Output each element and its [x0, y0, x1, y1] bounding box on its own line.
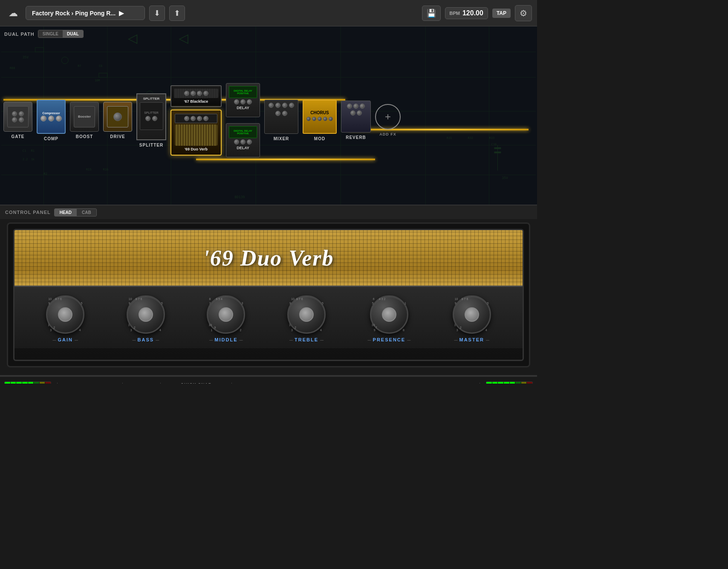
mixer-k5: [275, 111, 280, 116]
delay1-k3: [247, 99, 252, 104]
top-bar: ☁ Factory Rock › Ping Pong R... ▶ ⬇ ⬆ 💾 …: [0, 0, 537, 26]
splitter-label: SPLITTER: [139, 143, 163, 147]
amp-display: '69 Duo Verb 8 7 6 5 4 3 9 10: [7, 222, 530, 367]
input-section: INPUT: [4, 381, 51, 384]
gate-pedal[interactable]: [3, 102, 32, 132]
mod-label: MOD: [314, 136, 325, 141]
splitter-item[interactable]: SPLITTER SPLITTER SPLITTER: [136, 93, 166, 147]
mixer-box[interactable]: [264, 100, 298, 134]
vu-seg2: [11, 382, 16, 384]
download-button[interactable]: ⬇: [149, 6, 165, 21]
comp-knob-1: [40, 116, 46, 121]
delay2-k2: [240, 139, 246, 144]
mixer-item[interactable]: MIXER: [264, 100, 298, 141]
middle-knob[interactable]: 6 5 4 3 2 1 7 8 10 9: [207, 295, 245, 334]
presence-label: PRESENCE: [373, 337, 406, 342]
save-button[interactable]: 💾: [422, 6, 441, 21]
drive-knob: [113, 113, 122, 121]
preset-selector[interactable]: Factory Rock › Ping Pong R... ▶: [26, 6, 145, 20]
delay2-label: DELAY: [237, 146, 249, 150]
delay2-k1: [234, 139, 239, 144]
vu-r2: [492, 382, 498, 384]
delay-stack: DIGITAL DELAYPOSITIVE DELAY DIGITAL DELA…: [226, 83, 260, 157]
chorus-k3: [318, 117, 322, 121]
splitter-k1: [145, 116, 150, 121]
delay2-k3: [247, 139, 252, 144]
master-knob[interactable]: 8 7 6 5 4 3 9 10 1 2: [453, 295, 491, 334]
treble-knob[interactable]: 8 7 6 5 4 3 9 10 1 2: [287, 295, 326, 334]
vu-seg1: [5, 382, 10, 384]
amp69-k2: [191, 116, 196, 121]
divider-5: [480, 383, 480, 384]
bass-knob[interactable]: 8 7 6 5 4 3 9 10 1 2: [127, 295, 165, 334]
dual-path-button[interactable]: DUAL: [63, 30, 83, 38]
output-vu-section: OUTPUT: [486, 381, 533, 384]
play-button[interactable]: ▶: [119, 9, 124, 17]
amp69-name: '69 Duo Verb: [175, 147, 217, 151]
comp-pedal-item[interactable]: Compressor COMP: [37, 100, 66, 141]
mixer-k6: [282, 111, 287, 116]
amp69-head[interactable]: '69 Duo Verb: [170, 110, 222, 156]
delay1-screen: DIGITAL DELAYPOSITIVE: [229, 86, 257, 98]
divider-4: [231, 383, 232, 384]
amp69-item[interactable]: '69 Duo Verb: [170, 110, 222, 156]
presence-knob[interactable]: 4 3 2 1 8 9 5 6 10 7: [370, 295, 408, 334]
treble-label: TREBLE: [295, 337, 318, 342]
amp69-k3: [197, 116, 202, 121]
control-panel-area: CONTROL PANEL HEAD CAB '69 Duo Verb 8 7 …: [0, 205, 537, 376]
delay2-box[interactable]: DIGITAL DELAYPOSITIVE DELAY: [226, 123, 260, 157]
quick-snap-title: QUICK SNAP: [181, 383, 212, 384]
amp67-grille: [174, 89, 218, 98]
amp67-head[interactable]: '67 Blackface: [170, 85, 222, 107]
gate-pedal-item[interactable]: GATE: [3, 102, 32, 139]
chorus-box[interactable]: CHORUS: [303, 100, 337, 134]
drive-label: DRIVE: [110, 134, 125, 139]
boost-pedal-item[interactable]: Booster BOOST: [70, 102, 99, 139]
amp67-k4: [203, 91, 208, 96]
reverb-k5: [357, 110, 362, 116]
mod-item[interactable]: CHORUS MOD: [303, 100, 337, 141]
bpm-label: BPM: [450, 11, 460, 16]
head-button[interactable]: HEAD: [55, 209, 77, 216]
delay1-k1: [234, 99, 239, 104]
amp-model-name: '69 Duo Verb: [203, 246, 334, 271]
amp67-k2: [191, 91, 196, 96]
upload-button[interactable]: ⬆: [169, 6, 185, 21]
gate-label: GATE: [11, 134, 24, 139]
vu-r5: [510, 382, 515, 384]
drive-pedal-item[interactable]: DRIVE: [103, 102, 132, 139]
cloud-button[interactable]: ☁: [5, 6, 21, 20]
amp67-item[interactable]: '67 Blackface: [170, 85, 222, 107]
add-fx-item[interactable]: + ADD FX: [375, 104, 401, 136]
treble-knob-item: 8 7 6 5 4 3 9 10 1 2 — TREBLE —: [287, 295, 326, 342]
chorus-k1: [306, 117, 311, 121]
vu-seg4: [22, 382, 28, 384]
master-label: MASTER: [459, 337, 484, 342]
comp-pedal[interactable]: Compressor: [37, 100, 66, 134]
chorus-title: CHORUS: [310, 110, 329, 115]
vu-r8: [527, 382, 532, 384]
delay2-screen: DIGITAL DELAYPOSITIVE: [229, 126, 257, 138]
add-fx-button[interactable]: +: [375, 104, 401, 130]
cab-button[interactable]: CAB: [77, 209, 96, 216]
vu-seg3: [16, 382, 22, 384]
drive-pedal[interactable]: [103, 102, 132, 132]
bottom-bar: INPUT NOISE GATE ON OFF THRESH DECAY: [0, 376, 537, 384]
reverb-item[interactable]: REVERB: [341, 101, 371, 140]
boost-pedal[interactable]: Booster: [70, 102, 99, 132]
divider-1: [57, 383, 58, 384]
tap-button[interactable]: TAP: [492, 9, 511, 18]
add-fx-icon: +: [385, 111, 391, 123]
reverb-box[interactable]: [341, 101, 371, 133]
delay1-box[interactable]: DIGITAL DELAYPOSITIVE DELAY: [226, 83, 260, 117]
splitter-pedal[interactable]: SPLITTER SPLITTER: [136, 93, 166, 140]
settings-button[interactable]: ⚙: [515, 5, 532, 21]
amp-grille-cloth: '69 Duo Verb: [14, 230, 523, 286]
gate-inner: [7, 106, 29, 127]
gain-knob[interactable]: 8 7 6 5 4 3 9 10 1 2: [46, 295, 84, 334]
single-path-button[interactable]: SINGLE: [38, 30, 63, 38]
mixer-label: MIXER: [274, 136, 289, 141]
bpm-value[interactable]: 120.00: [462, 9, 483, 17]
gain-label: GAIN: [58, 337, 73, 342]
reverb-k3: [360, 104, 365, 109]
